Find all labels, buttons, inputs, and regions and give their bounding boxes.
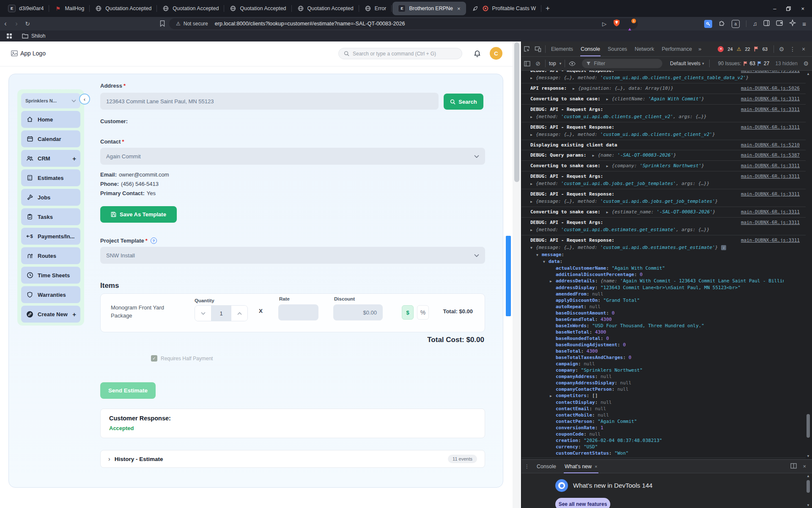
half-payment-checkbox[interactable]: ✓	[151, 355, 157, 362]
new-tab-button[interactable]: +	[546, 4, 550, 13]
discount-dollar-toggle[interactable]: $	[402, 305, 414, 320]
console-source-link[interactable]: main-DUBNX-6R.js:3311	[741, 124, 800, 131]
devtools-tab-console[interactable]: Console	[577, 41, 604, 56]
url-text[interactable]: erp.local:8000/clients?lookup=customer#/…	[215, 21, 405, 27]
add-icon[interactable]: +	[72, 311, 76, 318]
menu-icon[interactable]: ≡	[802, 20, 806, 28]
expand-icon[interactable]: ▶	[530, 180, 536, 188]
window-restore-icon[interactable]	[786, 6, 791, 11]
contact-select[interactable]: Again Commit	[100, 148, 485, 165]
console-tree-branch[interactable]: ▼message:	[530, 251, 784, 258]
chevron-right-icon[interactable]: ›	[108, 456, 110, 462]
console-source-link[interactable]: main-DUBNX-6R.js:3311	[741, 208, 800, 215]
browser-tab[interactable]: Error	[359, 0, 392, 17]
sidebar-item-estimates[interactable]: Estimates	[21, 169, 80, 186]
discount-input[interactable]: $0.00	[333, 304, 383, 320]
password-manager-icon[interactable]	[704, 20, 712, 28]
project-template-select[interactable]: SNW Install	[100, 247, 485, 264]
expand-icon[interactable]: ▶	[606, 209, 612, 216]
back-icon[interactable]: ‹	[0, 20, 11, 28]
history-row[interactable]: › History - Estimate 11 events	[100, 450, 485, 468]
console-source-link[interactable]: main-DUBNX-6R.js:3311	[741, 71, 800, 74]
split-panel-icon[interactable]	[790, 463, 797, 470]
issues-summary[interactable]: 90 Issues: 63 27	[718, 61, 769, 66]
drawer-tab-console[interactable]: Console	[532, 460, 560, 473]
search-button[interactable]: Search	[444, 94, 483, 110]
devtools-close-icon[interactable]: ×	[798, 46, 809, 52]
browser-tab[interactable]: ⚑MailHog	[49, 0, 90, 17]
live-expression-eye-icon[interactable]	[567, 61, 578, 66]
sidebar-item-routes[interactable]: Routes	[21, 247, 80, 264]
devtools-tab-performance[interactable]: Performance	[658, 41, 696, 56]
browser-tab[interactable]: EBrotherton ERPNe×	[392, 2, 466, 15]
forward-icon[interactable]: ›	[11, 20, 22, 28]
apps-grid-icon[interactable]	[7, 33, 12, 39]
console-source-link[interactable]: main-DUBNX-6R.js:3311	[741, 106, 800, 113]
issues-icon[interactable]	[754, 46, 759, 52]
expand-icon[interactable]: ▶	[550, 393, 556, 399]
console-scrollbar[interactable]: ▲ ▼	[805, 72, 811, 458]
scroll-up-icon[interactable]: ▲	[805, 474, 811, 478]
expand-icon[interactable]: ▶	[530, 198, 536, 205]
errors-icon[interactable]: ✕	[718, 46, 724, 52]
drawer-tab-close-icon[interactable]: ×	[595, 464, 597, 469]
collapse-icon[interactable]: ▼	[536, 252, 542, 258]
reload-icon[interactable]: ↻	[22, 20, 33, 27]
command-search-input[interactable]: Search or type a command (Ctrl + G)	[338, 48, 462, 59]
settings-gear-icon[interactable]: ⚙	[776, 46, 787, 52]
quantity-increase-icon[interactable]	[231, 306, 247, 321]
log-levels-select[interactable]: Default levels▾	[670, 61, 704, 66]
quantity-value[interactable]: 1	[211, 306, 231, 321]
tab-close-icon[interactable]: ×	[457, 6, 461, 12]
browser-tab[interactable]: Quotation Accepted	[157, 0, 224, 17]
collapse-icon[interactable]: ▼	[530, 244, 536, 251]
console-source-link[interactable]: main-DUBNX-6R.js:3311	[741, 190, 800, 198]
expand-icon[interactable]: ▶	[530, 131, 536, 138]
sidebar-item-time-sheets[interactable]: Time Sheets	[21, 267, 80, 284]
console-sidebar-icon[interactable]	[521, 61, 532, 66]
address-bar[interactable]: ⚠ Not secure erp.local:8000/clients?look…	[169, 18, 638, 29]
scroll-up-icon[interactable]: ▲	[805, 72, 811, 76]
console-source-link[interactable]: main-DUBNX-6R.js:3311	[741, 237, 800, 244]
sidebar-collapse-button[interactable]: ‹	[79, 94, 90, 105]
window-close-icon[interactable]: ×	[801, 6, 804, 12]
browser-tab[interactable]: Quotation Accepted	[292, 0, 359, 17]
devtools-tab-network[interactable]: Network	[631, 41, 658, 56]
warnings-icon[interactable]: ⚠	[737, 46, 741, 52]
sidebar-item-payments-in[interactable]: $Payments/In...	[21, 228, 80, 245]
expand-icon[interactable]: ▶	[530, 226, 536, 234]
help-icon[interactable]: ?	[151, 237, 157, 244]
console-source-link[interactable]: main-DUBNX-6R.js:3311	[741, 219, 800, 226]
console-source-link[interactable]: main-DUBNX-6R.js:5387	[741, 152, 800, 159]
expand-icon[interactable]: ▶	[550, 278, 556, 284]
sidebar-item-tasks[interactable]: Tasks	[21, 208, 80, 225]
brave-rewards-icon[interactable]: 1	[627, 21, 634, 27]
scroll-down-icon[interactable]: ▼	[805, 503, 811, 507]
devtools-tab-elements[interactable]: Elements	[547, 41, 577, 56]
discount-percent-toggle[interactable]: %	[417, 305, 429, 320]
leo-ai-sparkle-icon[interactable]	[789, 19, 796, 28]
console-filter-input[interactable]: Filter	[582, 59, 662, 68]
rate-input[interactable]	[278, 304, 318, 320]
page-scrollbar-thumb[interactable]	[514, 42, 519, 182]
devtools-tab-sources[interactable]: Sources	[604, 41, 631, 56]
drawer-kebab-icon[interactable]: ⋮	[521, 464, 532, 469]
inspect-element-icon[interactable]	[521, 46, 532, 52]
sidebar-item-jobs[interactable]: Jobs	[21, 189, 80, 206]
browser-tab[interactable]: Quotation Accepted	[224, 0, 291, 17]
app-logo[interactable]: App Logo	[11, 50, 46, 57]
device-toolbar-icon[interactable]	[532, 46, 543, 52]
expand-icon[interactable]: ▶	[573, 85, 578, 92]
wallet-icon[interactable]	[776, 20, 783, 28]
sidebar-item-create-new[interactable]: Create New+	[21, 306, 80, 323]
scroll-down-icon[interactable]: ▼	[805, 454, 811, 458]
sidebar-item-warranties[interactable]: Warranties	[21, 286, 80, 303]
console-source-link[interactable]: main-DUBNX-6R.js:5210	[741, 141, 800, 149]
save-as-template-button[interactable]: Save As Template	[100, 206, 177, 223]
bookmark-folder-label[interactable]: Shiloh	[31, 33, 45, 39]
inner-scroll-indicator[interactable]	[506, 236, 511, 316]
sidebar-item-home[interactable]: Home	[21, 111, 80, 128]
send-estimate-button[interactable]: Send Estimate	[100, 382, 156, 399]
notifications-bell-icon[interactable]	[474, 50, 481, 59]
hidden-messages-count[interactable]: 13 hidden	[775, 61, 798, 66]
